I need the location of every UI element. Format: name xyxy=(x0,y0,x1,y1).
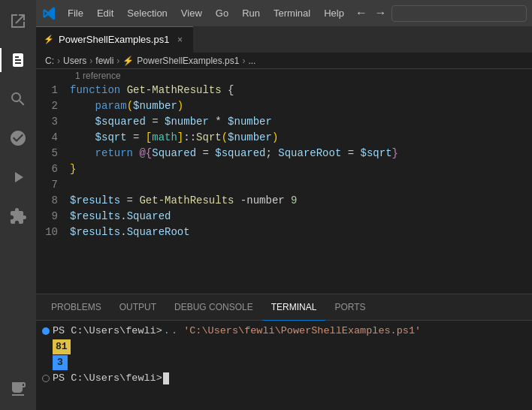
line-number: 6 xyxy=(36,161,70,177)
tab-bar: ⚡ PowerShellExamples.ps1 × xyxy=(36,26,532,53)
nav-controls: ← → xyxy=(353,4,527,23)
terminal-line-2: 81 xyxy=(42,339,526,354)
terminal-prompt-1: PS C:\Users\fewli> xyxy=(53,324,162,339)
activity-bar-source-control[interactable] xyxy=(0,120,36,156)
line-code: $results = Get-MathResults -number 9 xyxy=(70,193,532,209)
editor-area: 1 reference 1function Get-MathResults {2… xyxy=(36,69,532,294)
code-line: 9$results.Squared xyxy=(36,209,532,225)
line-number: 10 xyxy=(36,225,70,240)
line-code: return @{Squared = $squared; SquareRoot … xyxy=(70,146,532,161)
breadcrumb-sep2: › xyxy=(89,56,92,66)
line-number: 7 xyxy=(36,177,70,193)
line-code: function Get-MathResults { xyxy=(70,83,532,98)
code-line: 7 xyxy=(36,177,532,193)
breadcrumb-ps-icon: ⚡ xyxy=(122,56,134,66)
line-code: } xyxy=(70,161,532,177)
menu-help[interactable]: Help xyxy=(318,5,350,22)
activity-bar-search[interactable] xyxy=(0,81,36,117)
breadcrumb-fewli: fewli xyxy=(95,56,113,66)
terminal-bullet-1 xyxy=(42,327,50,335)
code-line: 8$results = Get-MathResults -number 9 xyxy=(36,193,532,209)
terminal-cursor xyxy=(163,372,169,384)
terminal-output-3: 3 xyxy=(53,355,68,370)
tab-close-button[interactable]: × xyxy=(174,34,186,46)
breadcrumb-sep4: › xyxy=(242,56,245,66)
activity-bar-explorer-files[interactable] xyxy=(0,42,36,78)
terminal-content[interactable]: PS C:\Users\fewli> . . 'C:\Users\fewli\P… xyxy=(36,321,532,410)
code-reference: 1 reference xyxy=(36,69,532,83)
breadcrumb-sep1: › xyxy=(57,56,60,66)
code-line: 10$results.SquareRoot xyxy=(36,225,532,240)
terminal-cmd-path: . 'C:\Users\fewli\PowerShellExamples.ps1… xyxy=(171,324,421,339)
menu-terminal[interactable]: Terminal xyxy=(268,5,316,22)
line-code: $squared = $number * $number xyxy=(70,114,532,130)
terminal-line-1: PS C:\Users\fewli> . . 'C:\Users\fewli\P… xyxy=(42,324,526,339)
line-number: 9 xyxy=(36,209,70,225)
code-line: 6} xyxy=(36,161,532,177)
tab-file-icon: ⚡ xyxy=(44,35,54,44)
activity-bar-extensions[interactable] xyxy=(0,198,36,234)
terminal-output-81: 81 xyxy=(53,339,71,354)
panel-tab-problems[interactable]: PROBLEMS xyxy=(42,294,110,321)
line-number: 3 xyxy=(36,114,70,130)
code-line: 5 return @{Squared = $squared; SquareRoo… xyxy=(36,146,532,161)
terminal-bullet-2 xyxy=(42,375,50,382)
line-number: 1 xyxy=(36,83,70,98)
breadcrumb-sep3: › xyxy=(116,56,119,66)
line-code: $results.Squared xyxy=(70,209,532,225)
menu-selection[interactable]: Selection xyxy=(121,5,173,22)
breadcrumb: C: › Users › fewli › ⚡ PowerShellExample… xyxy=(36,53,532,69)
line-number: 4 xyxy=(36,130,70,146)
tab-powershell[interactable]: ⚡ PowerShellExamples.ps1 × xyxy=(36,26,193,53)
line-number: 8 xyxy=(36,193,70,209)
terminal-prompt-2: PS C:\Users\fewli> xyxy=(53,371,162,386)
activity-bar-explorer[interactable] xyxy=(0,3,36,39)
menu-go[interactable]: Go xyxy=(210,5,234,22)
breadcrumb-c: C: xyxy=(45,56,54,66)
menu-run[interactable]: Run xyxy=(236,5,266,22)
activity-bar xyxy=(0,0,36,410)
vscode-logo xyxy=(42,6,57,21)
code-line: 2 param($number) xyxy=(36,98,532,114)
activity-bar-terminal[interactable] xyxy=(0,374,36,410)
panel-tabs: PROBLEMS OUTPUT DEBUG CONSOLE TERMINAL P… xyxy=(36,294,532,321)
panel-tab-ports[interactable]: PORTS xyxy=(325,294,374,321)
line-number: 5 xyxy=(36,146,70,161)
tab-filename: PowerShellExamples.ps1 xyxy=(59,34,169,45)
nav-forward[interactable]: → xyxy=(372,4,388,23)
menu-edit[interactable]: Edit xyxy=(91,5,119,22)
code-line: 4 $sqrt = [math]::Sqrt($number) xyxy=(36,130,532,146)
panel-tab-terminal[interactable]: TERMINAL xyxy=(262,294,326,321)
line-code: $sqrt = [math]::Sqrt($number) xyxy=(70,130,532,146)
panel-tab-output[interactable]: OUTPUT xyxy=(110,294,165,321)
activity-bar-run[interactable] xyxy=(0,159,36,195)
main-content: File Edit Selection View Go Run Terminal… xyxy=(36,0,532,410)
line-code: $results.SquareRoot xyxy=(70,225,532,240)
code-line: 3 $squared = $number * $number xyxy=(36,114,532,130)
terminal-dot: . xyxy=(164,324,170,339)
search-input[interactable] xyxy=(391,5,527,22)
breadcrumb-users: Users xyxy=(63,56,86,66)
line-code: param($number) xyxy=(70,98,532,114)
code-line: 1function Get-MathResults { xyxy=(36,83,532,98)
nav-back[interactable]: ← xyxy=(353,4,370,23)
terminal-line-3: 3 xyxy=(42,355,526,370)
line-number: 2 xyxy=(36,98,70,114)
terminal-line-4: PS C:\Users\fewli> xyxy=(42,371,526,386)
terminal-panel: PROBLEMS OUTPUT DEBUG CONSOLE TERMINAL P… xyxy=(36,294,532,410)
breadcrumb-file: PowerShellExamples.ps1 xyxy=(137,56,239,66)
code-area[interactable]: 1 reference 1function Get-MathResults {2… xyxy=(36,69,532,294)
menu-bar: File Edit Selection View Go Run Terminal… xyxy=(36,0,532,26)
menu-file[interactable]: File xyxy=(62,5,89,22)
menu-view[interactable]: View xyxy=(175,5,208,22)
panel-tab-debug-console[interactable]: DEBUG CONSOLE xyxy=(165,294,262,321)
breadcrumb-ellipsis: ... xyxy=(248,56,255,66)
